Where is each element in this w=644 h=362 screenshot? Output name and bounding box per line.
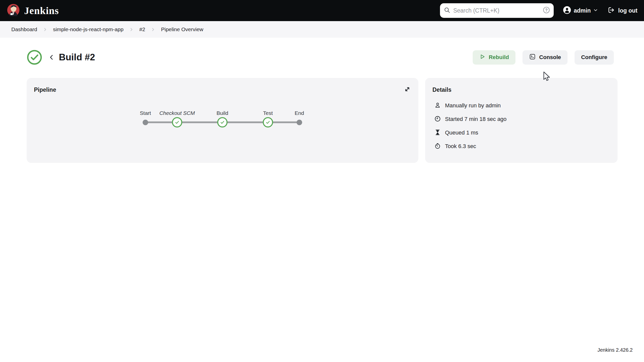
build-header: Build #2 Rebuild Console Co — [27, 49, 614, 65]
detail-text: Queued 1 ms — [445, 129, 478, 136]
detail-text: Manually run by admin — [445, 102, 501, 109]
search-input[interactable] — [453, 7, 540, 14]
detail-row-duration: Took 6.3 sec — [425, 140, 618, 153]
details-card-title: Details — [432, 86, 451, 93]
expand-pipeline-button[interactable] — [403, 85, 412, 94]
detail-text: Took 6.3 sec — [445, 143, 476, 150]
details-card: Details Manually run by admin — [425, 78, 618, 163]
svg-text:?: ? — [545, 8, 548, 12]
stopwatch-icon — [434, 143, 441, 150]
console-button[interactable]: Console — [522, 50, 568, 65]
stage-label-end: End — [295, 110, 304, 116]
details-list: Manually run by admin Started 7 min 18 s… — [425, 99, 618, 153]
detail-row-started: Started 7 min 18 sec ago — [425, 112, 618, 126]
chevron-down-icon — [593, 8, 598, 14]
logout-button[interactable]: log out — [608, 6, 637, 15]
jenkins-butler-logo-icon — [7, 3, 20, 18]
stage-node-build[interactable] — [217, 117, 228, 127]
stage-node-end[interactable] — [297, 120, 302, 125]
rebuild-button[interactable]: Rebuild — [473, 50, 516, 65]
search-box: ? — [440, 3, 554, 18]
console-label: Console — [539, 54, 561, 61]
jenkins-version-link[interactable]: Jenkins 2.426.2 — [597, 347, 633, 353]
breadcrumb-build-number[interactable]: #2 — [139, 26, 145, 32]
configure-button[interactable]: Configure — [575, 50, 614, 65]
detail-text: Started 7 min 18 sec ago — [445, 116, 507, 122]
stage-label-start: Start — [140, 110, 151, 116]
logout-label: log out — [618, 7, 637, 14]
play-icon — [479, 54, 486, 61]
breadcrumb: Dashboard simple-node-js-react-npm-app #… — [0, 21, 644, 38]
detail-row-queued: Queued 1 ms — [425, 126, 618, 140]
user-avatar-icon — [563, 6, 571, 15]
back-chevron-icon[interactable] — [48, 54, 55, 61]
search-icon — [444, 7, 450, 14]
stage-label-test: Test — [263, 110, 273, 116]
page-title: Build #2 — [59, 52, 95, 63]
configure-label: Configure — [581, 54, 607, 61]
breadcrumb-pipeline-overview[interactable]: Pipeline Overview — [161, 26, 203, 32]
detail-row-cause: Manually run by admin — [425, 99, 618, 112]
user-menu[interactable]: admin — [563, 6, 598, 15]
stage-label-checkout-scm: Checkout SCM — [159, 110, 195, 116]
pipeline-card-title: Pipeline — [34, 86, 56, 93]
terminal-icon — [529, 53, 536, 62]
jenkins-home-link[interactable]: Jenkins — [7, 3, 59, 18]
user-name: admin — [574, 7, 591, 14]
build-success-icon — [27, 50, 42, 65]
clock-icon — [434, 115, 441, 123]
breadcrumb-separator-icon — [129, 27, 134, 32]
user-icon — [434, 102, 441, 110]
brand-wordmark: Jenkins — [24, 5, 59, 17]
search-help-icon[interactable]: ? — [543, 7, 550, 15]
breadcrumb-dashboard[interactable]: Dashboard — [11, 26, 37, 32]
stage-node-checkout-scm[interactable] — [172, 117, 182, 127]
header-actions: Rebuild Console Configure — [473, 50, 614, 65]
hourglass-icon — [434, 129, 441, 137]
stage-label-build: Build — [217, 110, 228, 116]
breadcrumb-separator-icon — [43, 27, 47, 32]
rebuild-label: Rebuild — [489, 54, 509, 61]
logout-icon — [608, 6, 615, 15]
pipeline-card: Pipeline Start Checkout SCM Build Test — [27, 78, 418, 163]
jenkins-page: Jenkins ? — [0, 0, 644, 362]
breadcrumb-job[interactable]: simple-node-js-react-npm-app — [53, 26, 124, 32]
stage-node-start[interactable] — [143, 120, 148, 125]
breadcrumb-separator-icon — [151, 27, 155, 32]
stage-node-test[interactable] — [263, 117, 273, 127]
top-navbar: Jenkins ? — [0, 0, 644, 21]
expand-diagonal-icon — [403, 85, 411, 94]
